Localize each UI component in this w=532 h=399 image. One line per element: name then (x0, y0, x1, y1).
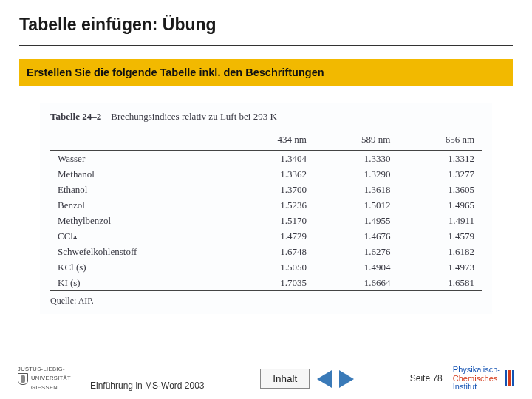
table-row: Wasser1.34041.33301.3312 (50, 151, 482, 167)
cell: 1.6748 (230, 244, 314, 259)
cell: 1.6276 (314, 244, 398, 259)
prev-slide-button[interactable] (317, 370, 332, 388)
table-caption-text: Brechungsindices relativ zu Luft bei 293… (111, 111, 277, 122)
row-label: Methylbenzol (50, 213, 230, 228)
table-row: Ethanol1.37001.36181.3605 (50, 182, 482, 197)
next-slide-button[interactable] (339, 370, 354, 388)
table-scan: Tabelle 24–2 Brechungsindices relativ zu… (40, 103, 492, 314)
cell: 1.4955 (314, 213, 398, 228)
table-row: Methylbenzol1.51701.49551.4911 (50, 213, 482, 228)
uni-line2b: GIESSEN (31, 385, 71, 391)
row-label: Wasser (50, 151, 230, 167)
doc-title: Einführung in MS-Word 2003 (90, 381, 205, 391)
cell: 1.5050 (230, 259, 314, 275)
triangle-left-icon (317, 370, 332, 388)
footer-center: Inhalt (260, 369, 354, 389)
cell: 1.5236 (230, 197, 314, 213)
instruction-bar: Erstellen Sie die folgende Tabelle inkl.… (19, 59, 513, 86)
triangle-right-icon (339, 370, 354, 388)
institute-stripes-icon (505, 370, 514, 386)
cell: 1.7035 (230, 275, 314, 291)
cell: 1.3362 (230, 166, 314, 182)
institute-line3: Institut (453, 383, 500, 392)
cell: 1.3618 (314, 182, 398, 197)
row-label: KI (s) (50, 275, 230, 291)
cell: 1.3312 (398, 151, 482, 167)
cell: 1.4729 (230, 228, 314, 244)
university-logo: JUSTUS-LIEBIG- UNIVERSITÄT GIESSEN (18, 366, 71, 391)
cell: 1.3404 (230, 151, 314, 167)
cell: 1.4973 (398, 259, 482, 275)
table-body: Wasser1.34041.33301.3312Methanol1.33621.… (50, 151, 482, 291)
table-caption: Tabelle 24–2 Brechungsindices relativ zu… (50, 106, 482, 129)
institute-line1: Physikalisch- (453, 366, 500, 375)
table-row: Schwefelkohlenstoff1.67481.62761.6182 (50, 244, 482, 259)
slide: Tabelle einfügen: Übung Erstellen Sie di… (0, 0, 532, 399)
toc-button[interactable]: Inhalt (260, 369, 310, 389)
page-number: Seite 78 (410, 373, 443, 383)
cell: 1.5170 (230, 213, 314, 228)
cell: 1.4904 (314, 259, 398, 275)
row-label: Schwefelkohlenstoff (50, 244, 230, 259)
cell: 1.5012 (314, 197, 398, 213)
cell: 1.3700 (230, 182, 314, 197)
cell: 1.4965 (398, 197, 482, 213)
footer: JUSTUS-LIEBIG- UNIVERSITÄT GIESSEN Einfü… (0, 358, 532, 399)
cell: 1.6581 (398, 275, 482, 291)
row-label: CCl₄ (50, 228, 230, 244)
cell: 1.4911 (398, 213, 482, 228)
table-number: Tabelle 24–2 (50, 111, 101, 122)
table-row: KCl (s)1.50501.49041.4973 (50, 259, 482, 275)
row-label: KCl (s) (50, 259, 230, 275)
cell: 1.3277 (398, 166, 482, 182)
col-header (50, 129, 230, 151)
footer-left: JUSTUS-LIEBIG- UNIVERSITÄT GIESSEN Einfü… (18, 366, 205, 391)
cell: 1.4676 (314, 228, 398, 244)
row-label: Methanol (50, 166, 230, 182)
col-header: 589 nm (314, 129, 398, 151)
table-row: KI (s)1.70351.66641.6581 (50, 275, 482, 291)
table-row: Methanol1.33621.32901.3277 (50, 166, 482, 182)
cell: 1.3605 (398, 182, 482, 197)
footer-right: Seite 78 Physikalisch- Chemisches Instit… (410, 366, 514, 392)
data-table: 434 nm589 nm656 nm Wasser1.34041.33301.3… (50, 129, 482, 291)
row-label: Ethanol (50, 182, 230, 197)
title-rule (19, 45, 513, 46)
institute-logo: Physikalisch- Chemisches Institut (453, 366, 500, 392)
cell: 1.3330 (314, 151, 398, 167)
table-head: 434 nm589 nm656 nm (50, 129, 482, 151)
col-header: 434 nm (230, 129, 314, 151)
cell: 1.3290 (314, 166, 398, 182)
cell: 1.6182 (398, 244, 482, 259)
col-header: 656 nm (398, 129, 482, 151)
cell: 1.6664 (314, 275, 398, 291)
uni-line2a: UNIVERSITÄT (31, 375, 71, 381)
uni-line1: JUSTUS-LIEBIG- (18, 366, 71, 372)
slide-title: Tabelle einfügen: Übung (19, 15, 513, 45)
shield-icon (18, 373, 28, 385)
row-label: Benzol (50, 197, 230, 213)
table-row: Benzol1.52361.50121.4965 (50, 197, 482, 213)
table-row: CCl₄1.47291.46761.4579 (50, 228, 482, 244)
cell: 1.4579 (398, 228, 482, 244)
table-source: Quelle: AIP. (50, 291, 482, 308)
